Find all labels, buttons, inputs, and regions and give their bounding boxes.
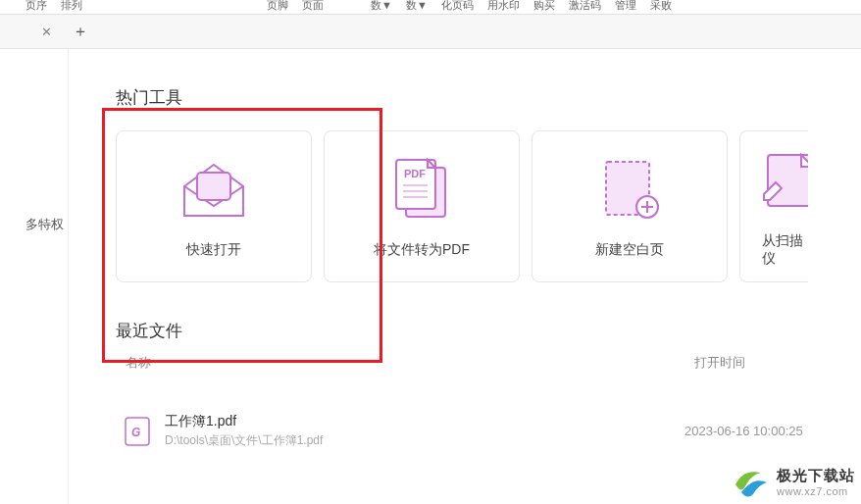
svg-text:G: G — [131, 426, 140, 439]
ribbon-item[interactable]: 页序 — [25, 0, 47, 11]
svg-text:PDF: PDF — [404, 168, 426, 179]
card-new-blank[interactable]: 新建空白页 — [532, 130, 728, 282]
tool-cards: 快速打开 PDF 将文件转为PDF — [116, 130, 861, 282]
ribbon-item[interactable]: 化页码 — [441, 0, 474, 11]
close-tab-button[interactable]: ✕ — [39, 25, 53, 38]
card-label: 新建空白页 — [595, 241, 664, 259]
ribbon-item[interactable]: 页脚 — [267, 0, 288, 11]
column-name[interactable]: 名称 — [116, 354, 694, 372]
ribbon-item[interactable]: 数▼ — [371, 0, 392, 11]
scanner-icon — [762, 146, 808, 217]
pdf-file-icon: PDF — [386, 155, 457, 226]
card-label: 将文件转为PDF — [374, 241, 470, 259]
sidebar-privileges[interactable]: 多特权 — [0, 216, 64, 233]
svg-rect-0 — [197, 173, 230, 200]
watermark-logo-icon — [732, 463, 769, 500]
ribbon-item[interactable]: 排列 — [61, 0, 82, 11]
recent-files-heading: 最近文件 — [116, 320, 861, 342]
column-time[interactable]: 打开时间 — [694, 354, 832, 372]
ribbon-item[interactable]: 页面 — [302, 0, 324, 11]
pdf-document-icon: G — [124, 416, 151, 447]
blank-page-add-icon — [598, 155, 661, 226]
file-path: D:\tools\桌面\文件\工作簿1.pdf — [165, 432, 684, 449]
main-area: 热门工具 快速打开 PDF — [69, 49, 861, 504]
ribbon-item[interactable]: 管理 — [615, 0, 636, 11]
ribbon-item[interactable]: 激活码 — [569, 0, 601, 11]
card-convert-pdf[interactable]: PDF 将文件转为PDF — [324, 130, 520, 282]
tab-bar: ✕ ＋ — [0, 15, 861, 49]
file-open-time: 2023-06-16 10:00:25 — [684, 424, 832, 438]
file-name: 工作簿1.pdf — [165, 413, 684, 430]
ribbon-item[interactable]: 采败 — [650, 0, 672, 11]
file-list-header: 名称 打开时间 — [116, 354, 861, 372]
ribbon-item[interactable]: 数▼ — [406, 0, 428, 11]
ribbon-item[interactable]: 用水印 — [487, 0, 520, 11]
card-quick-open[interactable]: 快速打开 — [116, 130, 312, 282]
add-tab-button[interactable]: ＋ — [73, 24, 88, 39]
watermark: 极光下载站 www.xz7.com — [732, 463, 855, 500]
card-label: 从扫描仪 — [762, 232, 808, 268]
file-row[interactable]: G 工作簿1.pdf D:\tools\桌面\文件\工作簿1.pdf 2023-… — [116, 413, 861, 449]
card-from-scanner[interactable]: 从扫描仪 — [739, 130, 808, 282]
ribbon-toolbar: 页序 排列 页脚 页面 数▼ 数▼ 化页码 用水印 购买 激活码 管理 采败 — [0, 0, 861, 15]
watermark-title: 极光下载站 — [777, 467, 855, 485]
watermark-url: www.xz7.com — [777, 485, 855, 497]
envelope-icon — [179, 155, 248, 226]
hot-tools-heading: 热门工具 — [116, 86, 861, 109]
sidebar: 多特权 — [0, 49, 69, 504]
ribbon-item[interactable]: 购买 — [533, 0, 555, 11]
card-label: 快速打开 — [186, 241, 241, 259]
